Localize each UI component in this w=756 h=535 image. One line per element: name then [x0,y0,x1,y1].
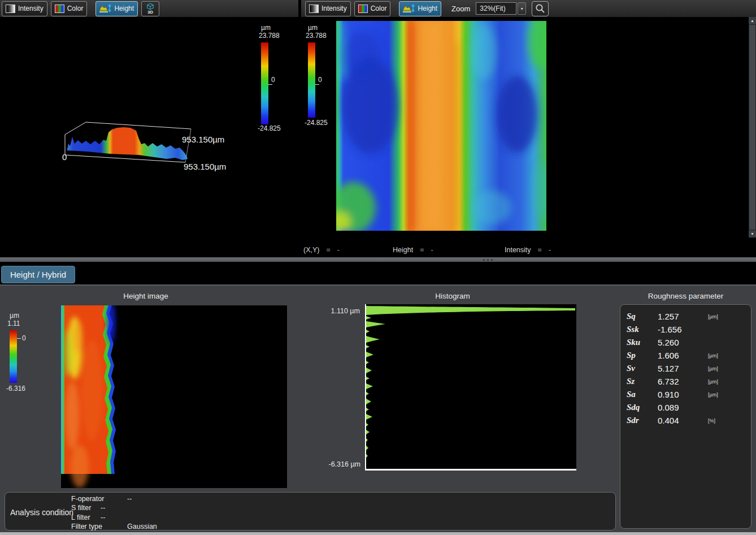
view-3d-button[interactable]: 3D [141,1,159,16]
zoom-value: 32%(Fit) [480,5,505,12]
left-toolbar: Intensity Color Height 3D [0,0,298,17]
height-label: Height [114,5,134,12]
condition-row: Filter typeGaussian [71,523,354,532]
zoom-tool-button[interactable] [532,1,549,16]
colorbar-zero-tick [17,338,21,339]
intensity-label: Intensity [18,5,44,12]
height-button-left[interactable]: Height [95,1,138,16]
colorbar-unit: µm [308,24,318,32]
surface-origin-label: 0 [62,152,67,162]
height-profile-icon [403,4,415,13]
condition-row: L filter-- [71,514,354,523]
histogram-plot[interactable] [365,304,576,471]
roughness-panel: Sq1.257[µm] Ssk-1.656 Sku5.260 Sp1.606[µ… [620,304,751,529]
intensity-label: Intensity [505,246,531,254]
right-colorbar: µm 23.788 0 -24.825 [304,24,332,137]
height-image-title: Height image [5,292,287,300]
condition-row: F-operator-- [71,495,354,504]
height-value: - [431,246,433,254]
colorbar-max: 1.11 [7,320,20,327]
roughness-row: Ssk-1.656 [620,323,751,336]
roughness-row: Sdr0.404[%] [620,414,751,427]
analysis-condition-rows: F-operator-- S filter-- L filter-- Filte… [71,495,354,532]
chevron-down-icon: ▼ [520,7,524,11]
intensity-label: Intensity [321,5,347,12]
colorbar-zero-tick [315,84,319,85]
cube-3d-icon [146,3,154,10]
intensity-button-right[interactable]: Intensity [305,1,351,16]
scroll-down-button[interactable]: ▼ [749,230,756,238]
zoom-dropdown-button[interactable]: ▼ [518,2,526,15]
status-xy: (X,Y) = - [303,246,340,254]
colorbar-gradient [308,42,315,118]
color-button-left[interactable]: Color [51,1,88,16]
height-image-thumbnail[interactable] [61,305,287,488]
colorbar-unit: µm [261,24,271,32]
xy-value: - [337,246,340,254]
colorbar-zero: 0 [268,76,275,85]
roughness-row: Sv5.127[µm] [620,362,751,375]
left-3d-viewport[interactable]: µm 23.788 0 -24.825 [0,17,298,257]
color-label: Color [67,5,84,12]
intensity-button-left[interactable]: Intensity [2,1,47,16]
color-button-right[interactable]: Color [354,1,391,16]
scroll-up-button[interactable]: ▲ [749,17,756,24]
color-icon [358,5,368,13]
panel-splitter[interactable] [0,257,756,262]
tab-height-hybrid[interactable]: Height / Hybrid [1,266,75,283]
colorbar-min: -24.825 [258,124,281,132]
height-label: Height [418,5,437,12]
viewer-status-bar: (X,Y) = - Height = - Intensity = - [301,243,756,257]
histogram-title: Histogram [348,292,557,300]
colorbar-max: 23.788 [259,32,280,40]
height-button-right[interactable]: Height [399,1,441,16]
histogram-min-label: -6.316 µm [315,460,360,468]
colorbar-unit: µm [10,312,19,320]
status-height: Height = - [393,246,433,254]
roughness-row: Sku5.260 [620,336,751,349]
histogram-max-label: 1.110 µm [316,307,360,315]
zoom-select[interactable]: 32%(Fit) [476,2,516,15]
condition-row: S filter-- [71,504,354,513]
analysis-condition-label: Analysis condition [10,508,73,517]
roughness-title: Roughness parameter [620,292,751,300]
height-label: Height [393,246,413,254]
colorbar-gradient [10,330,17,383]
colorbar-min: -6.316 [6,385,25,392]
scroll-down-icon: ▼ [750,232,754,236]
status-intensity: Intensity = - [505,246,551,254]
color-icon [55,5,64,13]
zoom-label: Zoom [451,5,470,13]
right-2d-viewport[interactable]: µm 23.788 0 -24.825 [301,17,756,257]
colorbar-gradient [261,42,268,124]
analysis-section: Height image Histogram Roughness paramet… [0,286,756,532]
surface-depth-label: 953.150µm [184,162,226,171]
surface-width-label: 953.150µm [182,135,224,144]
intensity-icon [6,5,15,13]
height-profile-icon [99,4,111,13]
analysis-tab-row: Height / Hybrid [0,262,756,284]
height-map-image[interactable] [336,21,546,231]
height-image-colorbar: µm 1.11 0 -6.316 [6,312,34,396]
right-toolbar: Intensity Color Height Zoom 32%(Fit) ▼ [301,0,756,17]
splitter-grip-icon [483,259,493,261]
app-window: Intensity Color Height 3D [0,0,756,535]
colorbar-zero: 0 [315,76,322,85]
left-colorbar: µm 23.788 0 -24.825 [257,24,285,143]
intensity-icon [309,5,319,13]
roughness-row: Sa0.910[µm] [620,388,751,401]
color-label: Color [371,5,387,12]
view-3d-label: 3D [147,10,153,15]
colorbar-min: -24.825 [305,119,328,127]
colorbar-max: 23.788 [306,32,327,40]
roughness-row: Sz6.732[µm] [620,375,751,388]
horizontal-scrollbar[interactable] [0,532,756,535]
intensity-value: - [549,246,551,254]
scrollbar-thumb[interactable] [749,24,756,230]
analysis-condition-panel: Analysis condition F-operator-- S filter… [5,492,616,530]
vertical-scrollbar[interactable]: ▲ ▼ [749,17,756,238]
roughness-row: Sp1.606[µm] [620,349,751,362]
colorbar-zero-tick [268,84,272,85]
magnifier-icon [535,3,545,14]
roughness-row: Sq1.257[µm] [620,310,751,323]
